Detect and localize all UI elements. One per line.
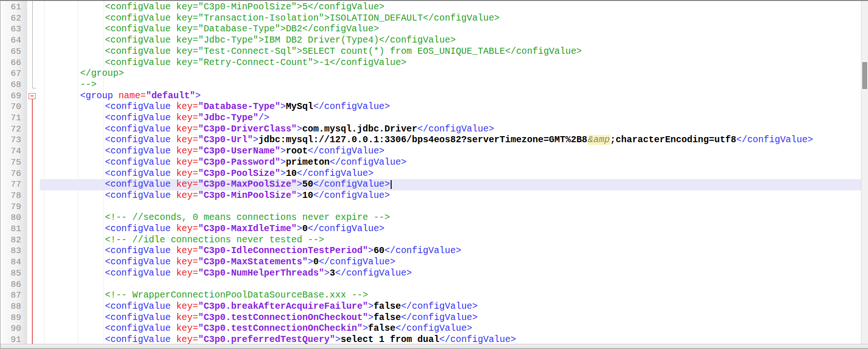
token-attr: key= [176, 334, 198, 344]
token-tag: > [280, 157, 286, 167]
code-line-65[interactable]: <configValue key="Test-Connect-Sql">SELE… [40, 46, 861, 58]
token-comment: <!-- //idle connections never tested --> [105, 235, 324, 245]
token-val: "C3p0-DriverClass" [198, 124, 297, 134]
line-number-70[interactable]: 70 [1, 102, 21, 113]
line-number-87[interactable]: 87 [1, 290, 21, 301]
code-line-76[interactable]: <configValue key="C3p0-PoolSize">10</con… [40, 168, 861, 180]
code-line-87[interactable]: <!-- WrapperConnectionPoolDataSourceBase… [40, 290, 861, 301]
line-number-61[interactable]: 61 [1, 2, 21, 13]
code-line-77[interactable]: <configValue key="C3p0-MaxPoolSize">50</… [40, 179, 861, 190]
code-line-69[interactable]: <group name="default"> [40, 91, 861, 102]
token-val: "default" [146, 91, 195, 101]
code-line-89[interactable]: <configValue key="C3p0.testConnectionOnC… [40, 313, 861, 324]
token-tag: <group [80, 91, 119, 101]
vertical-scrollbar[interactable] [861, 1, 868, 344]
vertical-scrollbar-thumb[interactable] [862, 62, 867, 89]
token-tag: <configValue [105, 179, 176, 189]
token-text: 60 [373, 246, 384, 256]
line-number-73[interactable]: 73 [1, 135, 21, 146]
line-number-83[interactable]: 83 [1, 246, 21, 257]
line-number-80[interactable]: 80 [1, 212, 21, 224]
line-number-79[interactable]: 79 [1, 202, 21, 213]
code-line-78[interactable]: <configValue key="C3p0-MinPoolSize">10</… [40, 190, 861, 202]
fold-collapse-icon[interactable] [29, 93, 36, 99]
token-comment: <configValue key="C3p0-MinPoolSize">5</c… [105, 2, 385, 12]
code-line-75[interactable]: <configValue key="C3p0-Password">primeto… [40, 157, 861, 168]
line-number-88[interactable]: 88 [1, 301, 21, 313]
line-number-90[interactable]: 90 [1, 323, 21, 334]
token-comment: <configValue key="Database-Type">DB2</co… [105, 24, 379, 34]
line-number-81[interactable]: 81 [1, 224, 21, 235]
code-line-80[interactable]: <!-- //seconds, 0 means connections neve… [40, 212, 861, 224]
token-tag: </configValue> [319, 257, 395, 267]
line-number-72[interactable]: 72 [1, 124, 21, 135]
code-line-62[interactable]: <configValue key="Transaction-Isolation"… [40, 13, 861, 24]
line-number-65[interactable]: 65 [1, 46, 21, 58]
line-number-63[interactable]: 63 [1, 24, 21, 35]
line-number-84[interactable]: 84 [1, 257, 21, 268]
horizontal-scrollbar-track[interactable] [0, 344, 868, 348]
line-number-75[interactable]: 75 [1, 157, 21, 168]
token-val: "C3p0.breakAfterAcquireFailure" [198, 301, 368, 312]
token-comment: <configValue key="Retry-Connect-Count">-… [105, 58, 407, 68]
line-number-68[interactable]: 68 [1, 80, 21, 91]
code-line-79[interactable] [40, 202, 861, 213]
token-val: "C3p0.preferredTestQuery" [198, 334, 335, 344]
token-comment: <configValue key="Jdbc-Type">IBM DB2 Dri… [105, 35, 456, 45]
line-number-77[interactable]: 77 [1, 179, 21, 190]
code-area[interactable]: <configValue key="C3p0-MinPoolSize">5</c… [40, 1, 861, 344]
token-tag: > [368, 313, 374, 323]
token-tag: </configValue> [385, 246, 461, 256]
code-line-81[interactable]: <configValue key="C3p0-MaxIdleTime">0</c… [40, 224, 861, 235]
token-val: "C3p0.testConnectionOnCheckin" [198, 323, 363, 334]
code-line-64[interactable]: <configValue key="Jdbc-Type">IBM DB2 Dri… [40, 35, 861, 46]
code-line-72[interactable]: <configValue key="C3p0-DriverClass">com.… [40, 124, 861, 135]
token-val: "C3p0.testConnectionOnCheckout" [198, 313, 368, 323]
token-tag: <configValue [105, 224, 176, 234]
code-line-63[interactable]: <configValue key="Database-Type">DB2</co… [40, 24, 861, 35]
line-number-62[interactable]: 62 [1, 13, 21, 24]
line-number-78[interactable]: 78 [1, 190, 21, 202]
token-comment: </group> [80, 68, 124, 79]
token-attr: key= [176, 157, 198, 167]
line-number-64[interactable]: 64 [1, 35, 21, 46]
code-line-68[interactable]: --> [40, 80, 861, 91]
token-val: "C3p0-Password" [198, 157, 281, 167]
code-line-84[interactable]: <configValue key="C3p0-MaxStatements">0<… [40, 257, 861, 268]
code-line-73[interactable]: <configValue key="C3p0-Url">jdbc:mysql:/… [40, 135, 861, 146]
token-tag: > [335, 334, 341, 344]
line-number-86[interactable]: 86 [1, 279, 21, 291]
line-number-67[interactable]: 67 [1, 68, 21, 80]
code-line-83[interactable]: <configValue key="C3p0-IdleConnectionTes… [40, 246, 861, 257]
line-number-71[interactable]: 71 [1, 113, 21, 124]
token-comment: <configValue key="Transaction-Isolation"… [105, 13, 500, 23]
line-number-69[interactable]: 69 [1, 91, 21, 102]
code-line-91[interactable]: <configValue key="C3p0.preferredTestQuer… [40, 334, 861, 344]
code-line-90[interactable]: <configValue key="C3p0.testConnectionOnC… [40, 323, 861, 334]
token-tag: <configValue [105, 168, 176, 179]
code-line-74[interactable]: <configValue key="C3p0-UserName">root</c… [40, 146, 861, 157]
token-tag: > [280, 102, 286, 112]
token-tag: <configValue [105, 268, 176, 278]
code-line-88[interactable]: <configValue key="C3p0.breakAfterAcquire… [40, 301, 861, 313]
fold-region-line [32, 1, 33, 88]
code-line-82[interactable]: <!-- //idle connections never tested --> [40, 235, 861, 246]
line-number-74[interactable]: 74 [1, 146, 21, 157]
token-val: "C3p0-PoolSize" [198, 168, 281, 179]
line-number-76[interactable]: 76 [1, 168, 21, 180]
code-line-70[interactable]: <configValue key="Database-Type">MySql</… [40, 102, 861, 113]
code-line-66[interactable]: <configValue key="Retry-Connect-Count">-… [40, 58, 861, 69]
code-line-85[interactable]: <configValue key="C3p0-NumHelperThreads"… [40, 268, 861, 279]
code-line-61[interactable]: <configValue key="C3p0-MinPoolSize">5</c… [40, 2, 861, 13]
line-number-82[interactable]: 82 [1, 235, 21, 246]
code-line-86[interactable] [40, 279, 861, 291]
token-tag: </configValue> [330, 157, 407, 167]
token-val: "C3p0-UserName" [198, 146, 281, 156]
code-line-71[interactable]: <configValue key="Jdbc-Type"/> [40, 113, 861, 124]
line-number-66[interactable]: 66 [1, 58, 21, 69]
line-number-85[interactable]: 85 [1, 268, 21, 279]
token-entity: &amp [587, 135, 610, 145]
token-text: primeton [286, 157, 330, 167]
code-line-67[interactable]: </group> [40, 68, 861, 80]
line-number-89[interactable]: 89 [1, 313, 21, 324]
